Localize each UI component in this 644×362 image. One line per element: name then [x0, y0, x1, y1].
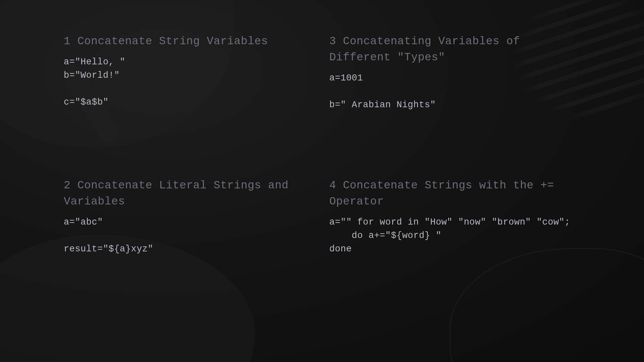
content-grid: 1 Concatenate String Variables a="Hello,…	[0, 0, 644, 362]
section-2-title: Concatenate Literal Strings and Variable…	[64, 179, 288, 208]
section-4-heading: 4 Concatenate Strings with the += Operat…	[329, 178, 570, 210]
section-4-title: Concatenate Strings with the += Operator	[329, 179, 554, 208]
section-2-heading: 2 Concatenate Literal Strings and Variab…	[64, 178, 303, 210]
section-1-heading: 1 Concatenate String Variables	[64, 34, 303, 50]
section-2-number: 2	[64, 179, 70, 192]
section-1-title: Concatenate String Variables	[77, 35, 268, 48]
section-4-code: a="" for word in "How" "now" "brown" "co…	[329, 216, 570, 256]
section-4-number: 4	[329, 179, 336, 192]
section-3: 3 Concatenating Variables of Different "…	[329, 34, 584, 178]
section-1-number: 1	[64, 35, 70, 48]
section-3-title: Concatenating Variables of Different "Ty…	[329, 35, 520, 64]
section-3-heading: 3 Concatenating Variables of Different "…	[329, 34, 570, 66]
section-4: 4 Concatenate Strings with the += Operat…	[329, 178, 584, 322]
section-3-number: 3	[329, 35, 336, 48]
section-2: 2 Concatenate Literal Strings and Variab…	[64, 178, 316, 322]
section-1: 1 Concatenate String Variables a="Hello,…	[64, 34, 316, 178]
section-3-code: a=1001 b=" Arabian Nights"	[329, 72, 570, 112]
section-2-code: a="abc" result="${a}xyz"	[64, 216, 303, 256]
section-1-code: a="Hello, " b="World!" c="$a$b"	[64, 56, 303, 109]
